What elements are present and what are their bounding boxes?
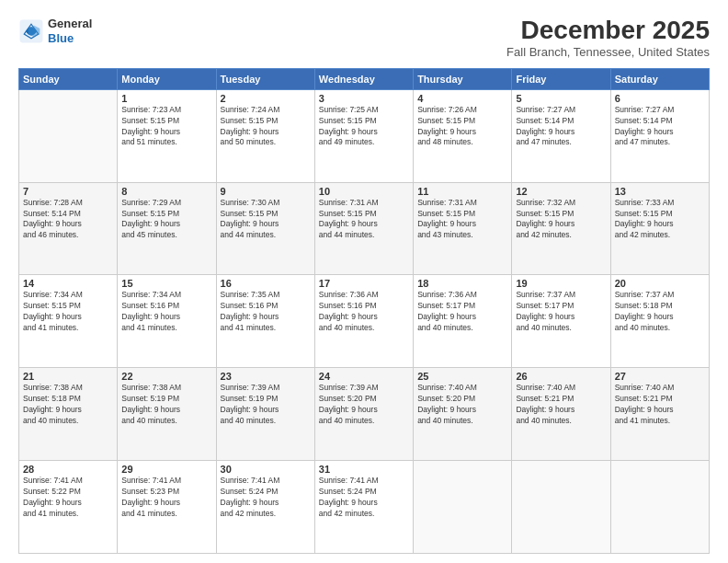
- day-number: 26: [516, 371, 606, 382]
- day-info: Sunrise: 7:39 AMSunset: 5:20 PMDaylight:…: [319, 383, 409, 427]
- day-number: 7: [23, 186, 113, 197]
- day-number: 2: [221, 93, 311, 104]
- calendar-cell: 29Sunrise: 7:41 AMSunset: 5:23 PMDayligh…: [118, 461, 216, 554]
- day-info: Sunrise: 7:31 AMSunset: 5:15 PMDaylight:…: [417, 198, 507, 242]
- day-number: 13: [615, 186, 705, 197]
- calendar-cell: [512, 461, 610, 554]
- day-info: Sunrise: 7:34 AMSunset: 5:16 PMDaylight:…: [121, 290, 211, 334]
- day-number: 21: [23, 371, 113, 382]
- logo-blue: Blue: [48, 31, 92, 46]
- calendar-cell: [414, 461, 512, 554]
- calendar-cell: 4Sunrise: 7:26 AMSunset: 5:15 PMDaylight…: [414, 89, 512, 182]
- day-number: 6: [615, 93, 705, 104]
- day-header-tuesday: Tuesday: [216, 68, 314, 89]
- day-info: Sunrise: 7:28 AMSunset: 5:14 PMDaylight:…: [23, 198, 113, 242]
- day-header-sunday: Sunday: [19, 68, 118, 89]
- day-info: Sunrise: 7:24 AMSunset: 5:15 PMDaylight:…: [221, 105, 311, 149]
- title-block: December 2025 Fall Branch, Tennessee, Un…: [506, 17, 710, 59]
- calendar-cell: 1Sunrise: 7:23 AMSunset: 5:15 PMDaylight…: [118, 89, 216, 182]
- day-info: Sunrise: 7:30 AMSunset: 5:15 PMDaylight:…: [221, 198, 311, 242]
- day-number: 20: [615, 278, 705, 289]
- day-header-wednesday: Wednesday: [314, 68, 413, 89]
- calendar-cell: 21Sunrise: 7:38 AMSunset: 5:18 PMDayligh…: [19, 368, 118, 461]
- day-number: 30: [221, 464, 311, 475]
- header: General Blue December 2025 Fall Branch, …: [18, 17, 710, 59]
- day-info: Sunrise: 7:35 AMSunset: 5:16 PMDaylight:…: [221, 290, 311, 334]
- day-number: 17: [319, 278, 409, 289]
- calendar-cell: 26Sunrise: 7:40 AMSunset: 5:21 PMDayligh…: [512, 368, 610, 461]
- day-number: 25: [417, 371, 507, 382]
- day-header-saturday: Saturday: [610, 68, 709, 89]
- day-info: Sunrise: 7:27 AMSunset: 5:14 PMDaylight:…: [516, 105, 606, 149]
- calendar-cell: 9Sunrise: 7:30 AMSunset: 5:15 PMDaylight…: [216, 182, 314, 275]
- calendar-cell: [610, 461, 709, 554]
- logo: General Blue: [18, 17, 92, 45]
- day-info: Sunrise: 7:37 AMSunset: 5:18 PMDaylight:…: [615, 290, 705, 334]
- calendar-cell: 8Sunrise: 7:29 AMSunset: 5:15 PMDaylight…: [118, 182, 216, 275]
- calendar-cell: 7Sunrise: 7:28 AMSunset: 5:14 PMDaylight…: [19, 182, 118, 275]
- calendar-week-2: 7Sunrise: 7:28 AMSunset: 5:14 PMDaylight…: [19, 182, 710, 275]
- day-number: 15: [121, 278, 211, 289]
- calendar-cell: 16Sunrise: 7:35 AMSunset: 5:16 PMDayligh…: [216, 275, 314, 368]
- calendar-cell: 19Sunrise: 7:37 AMSunset: 5:17 PMDayligh…: [512, 275, 610, 368]
- day-info: Sunrise: 7:38 AMSunset: 5:19 PMDaylight:…: [121, 383, 211, 427]
- calendar-cell: 15Sunrise: 7:34 AMSunset: 5:16 PMDayligh…: [118, 275, 216, 368]
- day-info: Sunrise: 7:39 AMSunset: 5:19 PMDaylight:…: [221, 383, 311, 427]
- calendar-cell: 23Sunrise: 7:39 AMSunset: 5:19 PMDayligh…: [216, 368, 314, 461]
- day-info: Sunrise: 7:41 AMSunset: 5:24 PMDaylight:…: [319, 476, 409, 520]
- calendar-cell: 6Sunrise: 7:27 AMSunset: 5:14 PMDaylight…: [610, 89, 709, 182]
- calendar-header-row: SundayMondayTuesdayWednesdayThursdayFrid…: [19, 68, 710, 89]
- day-number: 12: [516, 186, 606, 197]
- day-header-thursday: Thursday: [414, 68, 512, 89]
- day-number: 4: [417, 93, 507, 104]
- day-info: Sunrise: 7:41 AMSunset: 5:23 PMDaylight:…: [121, 476, 211, 520]
- day-number: 11: [417, 186, 507, 197]
- calendar-cell: 20Sunrise: 7:37 AMSunset: 5:18 PMDayligh…: [610, 275, 709, 368]
- day-info: Sunrise: 7:25 AMSunset: 5:15 PMDaylight:…: [319, 105, 409, 149]
- day-number: 1: [121, 93, 211, 104]
- calendar-cell: 31Sunrise: 7:41 AMSunset: 5:24 PMDayligh…: [314, 461, 413, 554]
- logo-general: General: [48, 17, 92, 31]
- day-info: Sunrise: 7:34 AMSunset: 5:15 PMDaylight:…: [23, 290, 113, 334]
- day-info: Sunrise: 7:27 AMSunset: 5:14 PMDaylight:…: [615, 105, 705, 149]
- day-number: 29: [121, 464, 211, 475]
- day-info: Sunrise: 7:40 AMSunset: 5:21 PMDaylight:…: [516, 383, 606, 427]
- calendar-cell: 14Sunrise: 7:34 AMSunset: 5:15 PMDayligh…: [19, 275, 118, 368]
- day-info: Sunrise: 7:40 AMSunset: 5:20 PMDaylight:…: [417, 383, 507, 427]
- day-number: 8: [121, 186, 211, 197]
- day-number: 23: [221, 371, 311, 382]
- day-info: Sunrise: 7:33 AMSunset: 5:15 PMDaylight:…: [615, 198, 705, 242]
- calendar-cell: 27Sunrise: 7:40 AMSunset: 5:21 PMDayligh…: [610, 368, 709, 461]
- subtitle: Fall Branch, Tennessee, United States: [506, 45, 710, 59]
- day-info: Sunrise: 7:41 AMSunset: 5:22 PMDaylight:…: [23, 476, 113, 520]
- day-info: Sunrise: 7:36 AMSunset: 5:17 PMDaylight:…: [417, 290, 507, 334]
- page: General Blue December 2025 Fall Branch, …: [0, 0, 728, 563]
- calendar-cell: 28Sunrise: 7:41 AMSunset: 5:22 PMDayligh…: [19, 461, 118, 554]
- day-info: Sunrise: 7:23 AMSunset: 5:15 PMDaylight:…: [121, 105, 211, 149]
- day-number: 22: [121, 371, 211, 382]
- day-info: Sunrise: 7:40 AMSunset: 5:21 PMDaylight:…: [615, 383, 705, 427]
- day-number: 28: [23, 464, 113, 475]
- calendar-cell: 17Sunrise: 7:36 AMSunset: 5:16 PMDayligh…: [314, 275, 413, 368]
- calendar-week-3: 14Sunrise: 7:34 AMSunset: 5:15 PMDayligh…: [19, 275, 710, 368]
- day-number: 16: [221, 278, 311, 289]
- logo-text-block: General Blue: [48, 17, 92, 45]
- calendar-week-1: 1Sunrise: 7:23 AMSunset: 5:15 PMDaylight…: [19, 89, 710, 182]
- day-info: Sunrise: 7:38 AMSunset: 5:18 PMDaylight:…: [23, 383, 113, 427]
- day-header-monday: Monday: [118, 68, 216, 89]
- calendar-table: SundayMondayTuesdayWednesdayThursdayFrid…: [18, 68, 710, 554]
- calendar-cell: 10Sunrise: 7:31 AMSunset: 5:15 PMDayligh…: [314, 182, 413, 275]
- main-title: December 2025: [506, 17, 710, 45]
- calendar-cell: 22Sunrise: 7:38 AMSunset: 5:19 PMDayligh…: [118, 368, 216, 461]
- day-info: Sunrise: 7:26 AMSunset: 5:15 PMDaylight:…: [417, 105, 507, 149]
- day-number: 10: [319, 186, 409, 197]
- day-number: 19: [516, 278, 606, 289]
- calendar-cell: 30Sunrise: 7:41 AMSunset: 5:24 PMDayligh…: [216, 461, 314, 554]
- calendar-week-4: 21Sunrise: 7:38 AMSunset: 5:18 PMDayligh…: [19, 368, 710, 461]
- calendar-cell: 13Sunrise: 7:33 AMSunset: 5:15 PMDayligh…: [610, 182, 709, 275]
- calendar-cell: 5Sunrise: 7:27 AMSunset: 5:14 PMDaylight…: [512, 89, 610, 182]
- calendar-cell: 24Sunrise: 7:39 AMSunset: 5:20 PMDayligh…: [314, 368, 413, 461]
- day-number: 5: [516, 93, 606, 104]
- calendar-week-5: 28Sunrise: 7:41 AMSunset: 5:22 PMDayligh…: [19, 461, 710, 554]
- day-number: 27: [615, 371, 705, 382]
